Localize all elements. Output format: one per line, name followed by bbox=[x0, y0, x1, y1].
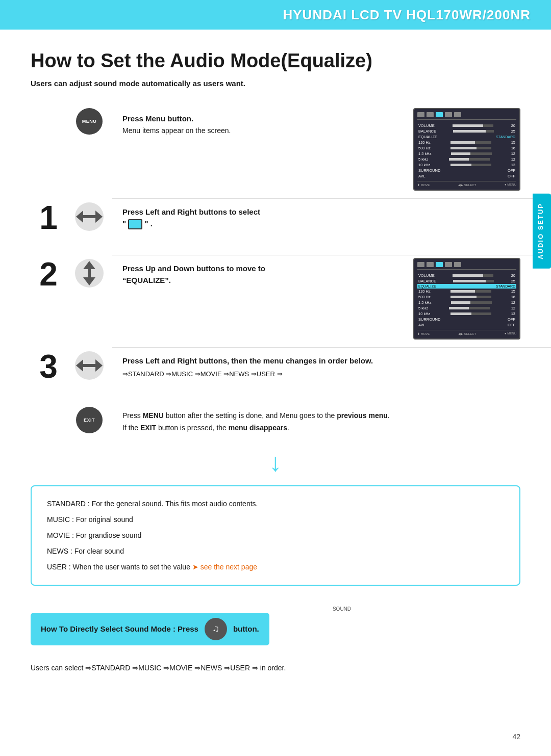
step-2-num-col: 2 bbox=[31, 258, 66, 291]
info-item-standard: STANDARD : For the general sound. This f… bbox=[47, 499, 504, 509]
tv2-row-120hz: 120 Hz 15 bbox=[417, 289, 516, 294]
lr-arrows-icon-1 bbox=[71, 201, 108, 232]
info-box: STANDARD : For the general sound. This f… bbox=[31, 485, 520, 586]
tv-row-500hz: 500 Hz 16 bbox=[417, 145, 516, 151]
tv2-row-equalize-hl: EQUALIZE STANDARD bbox=[417, 284, 516, 289]
exit-disappears-bold: menu disappears bbox=[229, 424, 287, 432]
lr-arrows-icon-3 bbox=[71, 350, 108, 381]
exit-content-col: Press MENU button after the setting is d… bbox=[112, 407, 520, 439]
main-content: How to Set the Audio Mode(Equalize) User… bbox=[0, 30, 551, 692]
tv-row-10khz: 10 kHz 13 bbox=[417, 162, 516, 168]
tv-footer-1: ⬆ MOVE ◀▶ SELECT ● MENU bbox=[417, 181, 516, 187]
tv-icon-4 bbox=[454, 112, 461, 117]
exit-menu-bold: MENU bbox=[143, 411, 164, 420]
tv-bar-120hz bbox=[450, 141, 491, 144]
tv2-row-1_5khz: 1.5 kHz 12 bbox=[417, 300, 516, 305]
step-2-icon-col bbox=[66, 258, 112, 289]
info-item-user: USER : When the user wants to set the va… bbox=[47, 562, 504, 572]
tv2-bar-balance bbox=[453, 280, 494, 282]
header-bar: HYUNDAI LCD TV HQL170WR/200NR bbox=[0, 0, 551, 30]
tv2-bar-volume bbox=[453, 274, 493, 277]
tv2-icon-2 bbox=[427, 262, 434, 267]
audio-setup-tab: AUDIO SETUP bbox=[533, 194, 551, 269]
tv2-row-volume: VOLUME 20 bbox=[417, 273, 516, 278]
tv-row-surround: SURROUND OFF bbox=[417, 168, 516, 173]
step-1-suffix: . bbox=[151, 219, 153, 228]
tv2-bar-120hz bbox=[450, 290, 491, 293]
header-title: HYUNDAI LCD TV HQL170WR/200NR bbox=[283, 7, 531, 23]
info-item-news: NEWS : For clear sound bbox=[47, 546, 504, 557]
menu-button-icon: MENU bbox=[76, 108, 103, 135]
tv-row-balance: BALANCE 25 bbox=[417, 128, 516, 134]
sound-button-icon: ♫ bbox=[212, 623, 219, 634]
tv-screen-1: VOLUME 20 BALANCE 25 EQUALIZE STANDARD bbox=[413, 108, 520, 191]
tv-row-avl: AVL OFF bbox=[417, 173, 516, 179]
tv-row-1_5khz: 1.5 kHz 12 bbox=[417, 151, 516, 157]
sound-label-wrap: SOUND bbox=[31, 606, 520, 612]
tv2-icon-3 bbox=[445, 262, 452, 267]
exit-label: EXIT bbox=[84, 418, 95, 423]
tv-icon-2 bbox=[427, 112, 434, 117]
tv2-icon-4 bbox=[454, 262, 461, 267]
tv-row-5khz: 5 kHz 12 bbox=[417, 157, 516, 162]
svg-rect-3 bbox=[83, 215, 95, 218]
step-3-sequence: ⇒STANDARD ⇒MUSIC ⇒MOVIE ⇒NEWS ⇒USER ⇒ bbox=[122, 370, 393, 378]
exit-prev-bold: previous menu bbox=[337, 411, 388, 420]
tv2-row-balance: BALANCE 25 bbox=[417, 278, 516, 284]
tv-bar-10khz bbox=[450, 164, 491, 166]
tv2-row-surround: SURROUND OFF bbox=[417, 317, 516, 322]
separator-4 bbox=[112, 404, 551, 404]
tv2-row-10khz: 10 kHz 13 bbox=[417, 311, 516, 317]
sound-mode-button[interactable]: ♫ bbox=[205, 618, 227, 640]
menu-label: MENU bbox=[82, 119, 97, 124]
step-1-number: 1 bbox=[39, 201, 58, 234]
down-arrow-row: ↓ bbox=[31, 445, 520, 485]
tv2-icon-1 bbox=[417, 262, 424, 267]
tv2-bar-500hz bbox=[450, 296, 491, 298]
info-movie-text: MOVIE : For grandiose sound bbox=[47, 531, 141, 539]
tv2-footer: ⬆ MOVE ◀▶ SELECT ● MENU bbox=[417, 330, 516, 335]
tv2-bar-10khz bbox=[450, 312, 491, 315]
tv-bar-5khz bbox=[449, 158, 490, 161]
menu-icon-col: MENU bbox=[66, 108, 112, 135]
tv-bar-volume bbox=[453, 124, 493, 127]
menu-content-col: Press Menu button. Menu items appear on … bbox=[112, 108, 403, 141]
arrow-forward-icon: ➤ bbox=[192, 563, 198, 571]
tv-bar-balance bbox=[453, 130, 494, 133]
step-2-row: 2 Press Up and Down buttons to move to “… bbox=[31, 258, 520, 340]
menu-instruction: Press Menu button. Menu items appear on … bbox=[122, 113, 393, 136]
exit-button-icon: EXIT bbox=[76, 407, 103, 433]
see-next-page-link[interactable]: see the next page bbox=[201, 563, 257, 571]
step-2-number: 2 bbox=[39, 258, 58, 291]
step-3-instruction: Press Left and Right buttons, then the m… bbox=[122, 355, 393, 367]
separator-1 bbox=[112, 198, 551, 199]
tv-icon-1 bbox=[417, 112, 424, 117]
step-1-content: Press Left and Right buttons to select "… bbox=[112, 201, 403, 234]
step-2-instruction: Press Up and Down buttons to move to “EQ… bbox=[122, 263, 393, 286]
tv2-icon-active bbox=[436, 262, 443, 267]
step-1-row: 1 Press Left and Right buttons to select… bbox=[31, 201, 520, 247]
exit-icon-col: EXIT bbox=[66, 407, 112, 433]
menu-sub: Menu items appear on the screen. bbox=[122, 126, 231, 135]
tv-header-2 bbox=[417, 262, 516, 270]
info-music-text: MUSIC : For original sound bbox=[47, 515, 133, 524]
page-title: How to Set the Audio Mode(Equalize) bbox=[31, 50, 520, 72]
tv-icon-active bbox=[436, 112, 443, 117]
steps-area: MENU Press Menu button. Menu items appea… bbox=[31, 108, 520, 445]
svg-rect-11 bbox=[83, 364, 95, 367]
tv2-row-500hz: 500 Hz 16 bbox=[417, 294, 516, 300]
tv2-bar-1_5khz bbox=[451, 301, 492, 304]
step-2-tv-col: VOLUME 20 BALANCE 25 EQUALIZE STANDARD bbox=[403, 258, 520, 340]
svg-rect-7 bbox=[88, 269, 91, 277]
step-3-content: Press Left and Right buttons, then the m… bbox=[112, 350, 403, 383]
tv-row-volume: VOLUME 20 bbox=[417, 123, 516, 128]
tv-row-120hz: 120 Hz 15 bbox=[417, 140, 516, 145]
down-arrow-icon: ↓ bbox=[269, 450, 282, 475]
tv-row-equalize: EQUALIZE STANDARD bbox=[417, 134, 516, 140]
exit-step-row: EXIT Press MENU button after the setting… bbox=[31, 407, 520, 439]
tv-icon-3 bbox=[445, 112, 452, 117]
page-number: 42 bbox=[512, 733, 520, 741]
step-3-row: 3 Press Left and Right buttons, then the… bbox=[31, 350, 520, 396]
info-item-music: MUSIC : For original sound bbox=[47, 514, 504, 525]
exit-exit-bold: EXIT bbox=[140, 424, 156, 432]
